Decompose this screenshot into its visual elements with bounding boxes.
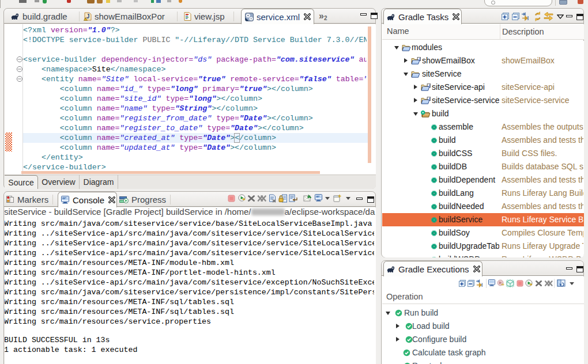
svg-text:J: J [86,13,90,20]
svg-text:!: ! [85,17,86,21]
